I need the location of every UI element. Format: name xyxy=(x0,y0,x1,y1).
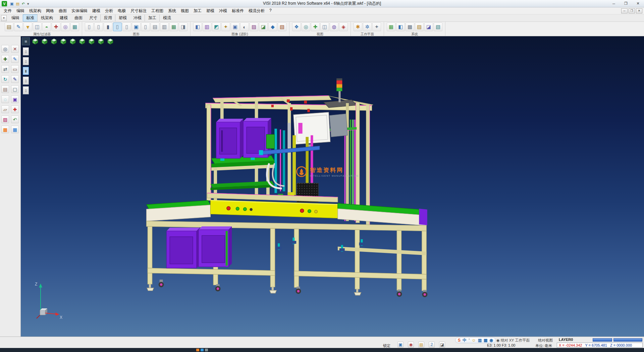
toolbar-tab[interactable]: 加工 xyxy=(145,14,160,21)
ribbon-icon[interactable]: ◧ xyxy=(396,23,405,31)
tool-icon[interactable]: ▣ xyxy=(11,95,19,103)
status-icon[interactable]: 2 xyxy=(429,342,435,348)
restore-button[interactable]: ❐ xyxy=(620,0,632,7)
status-icon[interactable]: ◪ xyxy=(439,342,445,348)
tool-icon[interactable]: ✎ xyxy=(11,55,19,63)
toolbar-tab[interactable]: 冲模 xyxy=(130,14,145,21)
ribbon-icon[interactable]: ▥ xyxy=(203,23,211,31)
mdi-close-button[interactable]: ✕ xyxy=(636,8,642,13)
ribbon-icon[interactable]: ▯ xyxy=(94,23,103,31)
ime-toolbar[interactable]: S中’☺▥▦◉ xyxy=(455,337,496,343)
ribbon-icon[interactable]: ▣ xyxy=(231,23,239,31)
status-icon[interactable]: ▤ xyxy=(418,342,424,348)
ribbon-icon[interactable]: ▥ xyxy=(160,23,169,31)
status-icon[interactable]: ◉ xyxy=(408,342,414,348)
ribbon-icon[interactable]: ◩ xyxy=(212,23,221,31)
ribbon-icon[interactable]: ◈ xyxy=(339,23,348,31)
menu-item[interactable]: 标准件 xyxy=(229,7,246,14)
menu-item[interactable]: 尺寸标注 xyxy=(128,7,149,14)
toolbar-dropdown-button[interactable]: ▾ xyxy=(1,15,7,21)
toolbar-tab[interactable]: 建模 xyxy=(56,14,71,21)
viewport-strip-button[interactable]: ▯ xyxy=(23,47,29,55)
ribbon-icon[interactable]: ✎ xyxy=(14,23,23,31)
tool-icon[interactable]: ✚ xyxy=(11,105,19,113)
toolbar-tab[interactable]: 塑模 xyxy=(115,14,130,21)
menu-item[interactable]: ? xyxy=(267,7,274,14)
ribbon-icon[interactable]: ✱ xyxy=(354,23,362,31)
menu-item[interactable]: 线架构 xyxy=(27,7,44,14)
menu-item[interactable]: 加工 xyxy=(191,7,204,14)
menu-item[interactable]: 编辑 xyxy=(14,7,27,14)
menu-item[interactable]: 分析 xyxy=(103,7,115,14)
tool-icon[interactable]: ▦ xyxy=(11,126,19,133)
view-cube-icon[interactable] xyxy=(50,37,58,45)
ribbon-icon[interactable]: ◓ xyxy=(42,23,51,31)
toolbar-tab[interactable]: 线架构 xyxy=(38,14,56,21)
view-cube-icon[interactable] xyxy=(41,37,49,45)
ime-icon[interactable]: ☺ xyxy=(472,338,476,343)
view-cube-icon[interactable] xyxy=(88,37,96,45)
ribbon-icon[interactable]: ❖ xyxy=(292,23,301,31)
tool-icon[interactable]: ✎ xyxy=(11,75,19,83)
ribbon-icon[interactable]: ▦ xyxy=(169,23,178,31)
ribbon-icon[interactable]: ▩ xyxy=(406,23,414,31)
ribbon-icon[interactable]: ✚ xyxy=(311,23,320,31)
ime-icon[interactable]: ▦ xyxy=(484,338,487,343)
workplane-label[interactable]: 绝对 XY 工作平面 xyxy=(501,338,530,342)
ribbon-icon[interactable]: ▦ xyxy=(70,23,79,31)
toolbar-tab[interactable]: 编辑 xyxy=(8,14,23,21)
menu-item[interactable]: 模流分析 xyxy=(246,7,267,14)
ribbon-icon[interactable]: ▯ xyxy=(113,23,122,31)
ime-icon[interactable]: S xyxy=(458,338,461,343)
toolbar-tab[interactable]: 曲面 xyxy=(71,14,86,21)
ribbon-icon[interactable]: ▨ xyxy=(250,23,258,31)
ribbon-icon[interactable]: ◆ xyxy=(268,23,277,31)
quick-access-icon[interactable]: ↶ xyxy=(22,0,25,7)
ribbon-icon[interactable]: ▯ xyxy=(141,23,150,31)
tool-icon[interactable]: ✚ xyxy=(1,55,9,63)
tool-icon[interactable]: ↻ xyxy=(1,75,9,83)
tool-icon[interactable]: ↶ xyxy=(11,116,19,123)
ribbon-icon[interactable]: ▨ xyxy=(415,23,424,31)
ribbon-icon[interactable]: ◐ xyxy=(240,23,249,31)
viewport-strip-button[interactable]: ▯ xyxy=(23,77,29,85)
quick-access-icon[interactable]: ▤ xyxy=(16,0,19,7)
mdi-minimize-button[interactable]: ─ xyxy=(621,8,628,13)
ribbon-icon[interactable]: ✲ xyxy=(363,23,372,31)
menu-item[interactable]: 塑模 xyxy=(204,7,217,14)
ribbon-icon[interactable]: ▤ xyxy=(5,23,13,31)
ribbon-icon[interactable]: ◍ xyxy=(330,23,338,31)
tool-icon[interactable]: ▤ xyxy=(1,85,9,93)
view-cube-icon[interactable] xyxy=(31,37,39,45)
menu-item[interactable]: 电极 xyxy=(115,7,128,14)
ime-icon[interactable]: ◉ xyxy=(489,338,493,343)
ribbon-icon[interactable]: ◪ xyxy=(259,23,268,31)
ribbon-icon[interactable]: ▧ xyxy=(434,23,442,31)
close-button[interactable]: ✕ xyxy=(632,0,644,7)
menu-item[interactable]: 冲模 xyxy=(217,7,229,14)
ribbon-icon[interactable]: ◧ xyxy=(193,23,202,31)
ribbon-icon[interactable]: ▯ xyxy=(122,23,131,31)
view-cube-icon[interactable] xyxy=(97,37,105,45)
view-cube-icon[interactable] xyxy=(69,37,77,45)
tool-icon[interactable]: ▢ xyxy=(11,85,19,93)
ribbon-icon[interactable]: ▯ xyxy=(85,23,94,31)
menu-item[interactable]: 网格 xyxy=(44,7,56,14)
ime-icon[interactable]: ▥ xyxy=(478,338,482,343)
ribbon-icon[interactable]: ▤ xyxy=(151,23,159,31)
ribbon-icon[interactable]: ◎ xyxy=(61,23,70,31)
ribbon-icon[interactable]: ✦ xyxy=(221,23,230,31)
menu-item[interactable]: 文件 xyxy=(1,7,14,14)
minimize-button[interactable]: ─ xyxy=(608,0,620,7)
layer-label[interactable]: LAYER0 xyxy=(559,338,573,342)
ribbon-icon[interactable]: ◫ xyxy=(320,23,329,31)
view-cube-icon[interactable] xyxy=(78,37,86,45)
quick-access-icon[interactable]: ▣ xyxy=(10,0,13,7)
tool-icon[interactable]: ▩ xyxy=(1,126,9,133)
mdi-restore-button[interactable]: ❐ xyxy=(629,8,635,13)
ribbon-icon[interactable]: ✚ xyxy=(52,23,60,31)
ime-icon[interactable]: 中 xyxy=(463,338,467,343)
menu-item[interactable]: 视图 xyxy=(178,7,191,14)
tool-icon[interactable]: ⇄ xyxy=(1,65,9,73)
menu-item[interactable]: 系统 xyxy=(166,7,178,14)
